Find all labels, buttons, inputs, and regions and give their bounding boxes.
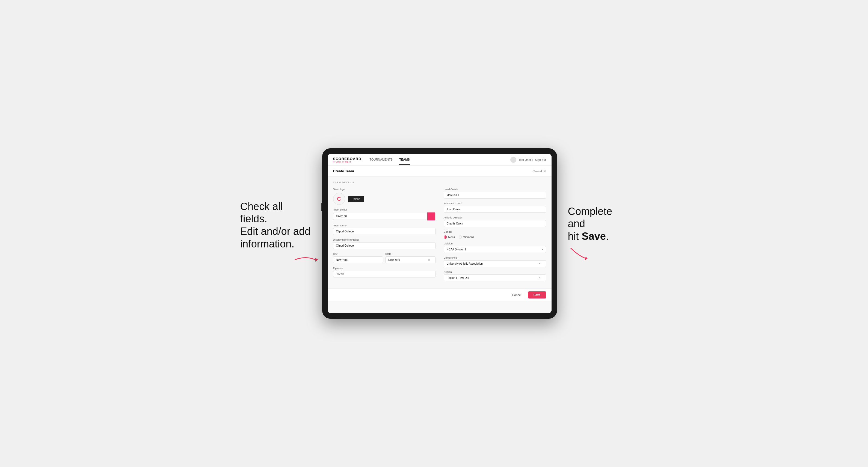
nav-signout[interactable]: Sign out bbox=[535, 158, 546, 161]
right-form-col: Head Coach Assistant Coach Athletic Dire… bbox=[444, 188, 546, 281]
nav-bar: SCOREBOARD Powered by clippd TOURNAMENTS… bbox=[328, 154, 552, 166]
panel-cancel-button[interactable]: Cancel ✕ bbox=[532, 169, 546, 173]
left-arrow-icon bbox=[292, 253, 319, 267]
gender-womens-option[interactable]: Womens bbox=[459, 236, 474, 239]
gender-mens-option[interactable]: Mens bbox=[444, 236, 455, 239]
team-logo-label: Team logo bbox=[333, 188, 435, 191]
conference-select[interactable]: University Athletic Association bbox=[444, 260, 546, 267]
region-label: Region bbox=[444, 270, 546, 273]
nav-logo: SCOREBOARD Powered by clippd bbox=[333, 157, 362, 163]
gender-womens-radio[interactable] bbox=[459, 236, 462, 239]
team-colour-label: Team colour bbox=[333, 208, 435, 211]
tablet-frame: SCOREBOARD Powered by clippd TOURNAMENTS… bbox=[322, 148, 557, 319]
region-select[interactable]: Region II - (M) DIII bbox=[444, 275, 546, 281]
athletic-director-label: Athletic Director bbox=[444, 216, 546, 219]
upload-button[interactable]: Upload bbox=[348, 196, 364, 202]
left-form-col: Team logo C Upload Team colo bbox=[333, 188, 435, 281]
color-field-wrapper bbox=[333, 212, 435, 221]
region-group: Region Region II - (M) DIII ✕ bbox=[444, 270, 546, 281]
panel-body: TEAM DETAILS Team logo C bbox=[328, 177, 552, 286]
city-state-row: City State New York bbox=[333, 252, 435, 263]
team-name-group: Team name bbox=[333, 224, 435, 235]
zip-group: Zip code bbox=[333, 267, 435, 277]
nav-user-label: Test User | bbox=[519, 158, 533, 161]
panel-header: Create Team Cancel ✕ bbox=[328, 166, 552, 177]
conference-clear-button[interactable]: ✕ bbox=[538, 262, 540, 265]
city-input[interactable] bbox=[333, 256, 383, 263]
nav-right: Test User | Sign out bbox=[510, 157, 546, 163]
gender-radio-group: Mens Womens bbox=[444, 236, 546, 239]
city-state-group: City State New York bbox=[333, 252, 435, 263]
nav-logo-sub: Powered by clippd bbox=[333, 161, 362, 163]
panel-title: Create Team bbox=[333, 169, 354, 173]
conference-select-wrapper: University Athletic Association ✕ bbox=[444, 260, 546, 267]
zip-input[interactable] bbox=[333, 271, 435, 277]
team-name-label: Team name bbox=[333, 224, 435, 227]
city-label: City bbox=[333, 252, 383, 255]
right-annotation: Complete and hit Save. bbox=[568, 206, 628, 243]
panel-footer: Cancel Save bbox=[328, 288, 552, 301]
gender-mens-radio[interactable] bbox=[444, 236, 447, 239]
footer-cancel-button[interactable]: Cancel bbox=[508, 291, 525, 299]
assistant-coach-group: Assistant Coach bbox=[444, 202, 546, 213]
svg-marker-0 bbox=[315, 258, 318, 261]
display-name-input[interactable] bbox=[333, 242, 435, 249]
team-logo-group: Team logo C Upload bbox=[333, 188, 435, 205]
assistant-coach-label: Assistant Coach bbox=[444, 202, 546, 205]
gender-group: Gender Mens Womens bbox=[444, 230, 546, 239]
athletic-director-group: Athletic Director bbox=[444, 216, 546, 227]
zip-label: Zip code bbox=[333, 267, 435, 270]
head-coach-group: Head Coach bbox=[444, 188, 546, 198]
content-area: TEAM DETAILS Team logo C bbox=[328, 177, 552, 313]
state-group: State New York ✕ bbox=[385, 252, 435, 263]
team-colour-input[interactable] bbox=[333, 213, 427, 220]
conference-label: Conference bbox=[444, 256, 546, 259]
state-clear-button[interactable]: ✕ bbox=[428, 258, 430, 261]
svg-marker-1 bbox=[585, 257, 588, 260]
division-group: Division NCAA Division III bbox=[444, 242, 546, 253]
division-label: Division bbox=[444, 242, 546, 245]
display-name-label: Display name (unique) bbox=[333, 238, 435, 241]
athletic-director-input[interactable] bbox=[444, 220, 546, 227]
nav-link-teams[interactable]: TEAMS bbox=[399, 155, 410, 165]
right-arrow-icon bbox=[568, 245, 590, 261]
state-label: State bbox=[385, 252, 435, 255]
nav-avatar bbox=[510, 157, 516, 163]
form-grid: Team logo C Upload Team colo bbox=[333, 188, 546, 281]
left-annotation: Check all fields. Edit and/or add inform… bbox=[240, 200, 311, 250]
tablet-screen: SCOREBOARD Powered by clippd TOURNAMENTS… bbox=[328, 154, 552, 313]
color-swatch bbox=[427, 212, 435, 221]
close-icon: ✕ bbox=[543, 169, 546, 173]
logo-area: C Upload bbox=[333, 193, 435, 205]
nav-logo-title: SCOREBOARD bbox=[333, 157, 362, 161]
team-colour-group: Team colour bbox=[333, 208, 435, 221]
city-group: City bbox=[333, 252, 383, 263]
nav-link-tournaments[interactable]: TOURNAMENTS bbox=[369, 155, 393, 165]
logo-circle: C bbox=[333, 193, 345, 205]
nav-links: TOURNAMENTS TEAMS bbox=[369, 155, 510, 165]
conference-group: Conference University Athletic Associati… bbox=[444, 256, 546, 267]
region-select-wrapper: Region II - (M) DIII ✕ bbox=[444, 275, 546, 281]
display-name-group: Display name (unique) bbox=[333, 238, 435, 249]
assistant-coach-input[interactable] bbox=[444, 206, 546, 213]
division-select[interactable]: NCAA Division III bbox=[444, 246, 546, 253]
footer-save-button[interactable]: Save bbox=[528, 291, 546, 299]
state-select-wrapper: New York ✕ bbox=[385, 256, 435, 263]
head-coach-label: Head Coach bbox=[444, 188, 546, 191]
gender-label: Gender bbox=[444, 230, 546, 233]
team-name-input[interactable] bbox=[333, 228, 435, 235]
head-coach-input[interactable] bbox=[444, 192, 546, 198]
region-clear-button[interactable]: ✕ bbox=[538, 276, 540, 279]
section-label: TEAM DETAILS bbox=[333, 181, 546, 184]
